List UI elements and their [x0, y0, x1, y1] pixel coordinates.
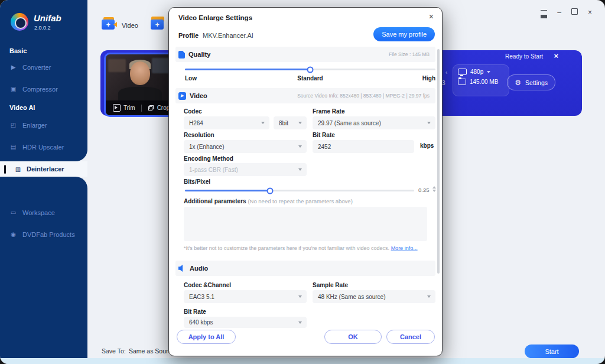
sidebar-section-basic: Basic: [9, 47, 27, 54]
maximize-icon[interactable]: [571, 8, 578, 16]
chevron-down-icon: [298, 168, 302, 171]
ok-button[interactable]: OK: [324, 330, 382, 344]
bits-pixel-slider-handle[interactable]: [266, 187, 273, 194]
trim-button[interactable]: Trim: [113, 104, 135, 112]
trim-icon: [113, 104, 121, 112]
audio-label: Audio: [190, 265, 208, 272]
crop-button[interactable]: Crop: [148, 105, 170, 111]
video-thumbnail[interactable]: Trim Crop: [104, 53, 176, 117]
sidebar-item-label: Workspace: [22, 209, 55, 216]
additional-parameters-textarea[interactable]: [184, 207, 427, 241]
sidebar-item-deinterlacer[interactable]: ▥ Deinterlacer: [0, 161, 87, 177]
additional-parameters-label: Additional parameters (No need to repeat…: [184, 198, 353, 204]
start-button[interactable]: Start: [525, 344, 579, 358]
minimize-icon[interactable]: –: [557, 9, 561, 16]
sidebar-item-label: Deinterlacer: [27, 165, 64, 173]
bits-pixel-stepper[interactable]: [432, 186, 436, 192]
bits-pixel-label: Bits/Pixel: [184, 178, 210, 185]
monitor-icon: [458, 69, 467, 75]
folder-icon: [458, 79, 466, 85]
quality-section-header: Quality File Size : 145 MB: [175, 47, 435, 62]
apply-to-all-button[interactable]: Apply to All: [177, 330, 236, 344]
bit-rate-input[interactable]: 2452: [313, 140, 414, 153]
source-video-info: Source Video Info: 852x480 | 853:480 | M…: [297, 93, 430, 99]
thumbnail-toolbar: Trim Crop: [106, 100, 174, 115]
chevron-down-icon: [298, 122, 302, 124]
app-name: Unifab: [34, 13, 61, 23]
quality-high-label: High: [422, 75, 435, 82]
codec-channel-select[interactable]: EAC3 5.1: [184, 290, 307, 303]
more-info-link[interactable]: More info...: [391, 245, 418, 251]
audio-bit-rate-select[interactable]: 640 kbps: [184, 317, 307, 328]
video-section-header: ▶ Video Source Video Info: 852x480 | 853…: [175, 88, 435, 103]
frame-rate-label: Frame Rate: [313, 108, 344, 115]
audio-bit-rate-label: Bit Rate: [184, 308, 206, 315]
sidebar-item-label: Enlarger: [22, 122, 47, 129]
chevron-down-icon: [427, 295, 431, 298]
chevron-down-icon: [298, 295, 302, 298]
frame-rate-select[interactable]: 29.97 (Same as source): [313, 116, 435, 129]
sidebar-item-compressor[interactable]: ▣ Compressor: [9, 85, 58, 93]
sidebar-item-enlarger[interactable]: ◰ Enlarger: [9, 121, 47, 129]
save-profile-button[interactable]: Save my profile: [373, 27, 435, 41]
resolution-select[interactable]: 1x (Enhance): [184, 140, 307, 153]
settings-label: Settings: [525, 79, 548, 86]
compressor-icon: ▣: [9, 85, 17, 93]
codec-label: Codec: [184, 108, 202, 115]
bitrate-unit: kbps: [420, 142, 434, 149]
chevron-down-icon: [427, 122, 431, 124]
sidebar-item-workspace[interactable]: ▭ Workspace: [9, 209, 55, 216]
sample-rate-select[interactable]: 48 KHz (Same as source): [313, 290, 435, 303]
dialog-scrollbar[interactable]: [437, 49, 440, 274]
deinterlacer-icon: ▥: [14, 165, 22, 173]
codec-select[interactable]: H264: [184, 116, 269, 129]
window-controls: – ×: [541, 8, 592, 16]
gear-icon: ⚙: [515, 79, 521, 86]
bits-pixel-slider[interactable]: [185, 190, 414, 191]
output-info-box: 480p 145.00 MB: [453, 64, 509, 96]
dvdfab-products-icon: ◉: [9, 230, 17, 238]
sidebar-lower: [0, 177, 87, 359]
hdr-upscaler-icon: ▤: [9, 143, 17, 151]
video-icon: ▶: [178, 92, 186, 100]
card-close-icon[interactable]: ×: [554, 51, 558, 60]
chevron-down-icon: [298, 145, 302, 148]
save-to-select[interactable]: Same as Source: [129, 347, 175, 355]
profile-value: MKV.Enhancer.AI: [203, 32, 253, 39]
audio-section-header: Audio: [175, 261, 435, 276]
app-window: Unifab 2.0.0.2 Basic ▶ Converter ▣ Compr…: [0, 0, 605, 364]
chevron-down-icon: [298, 321, 302, 324]
chevron-down-icon: [261, 122, 265, 124]
cancel-button[interactable]: Cancel: [386, 330, 435, 344]
sidebar-item-label: Converter: [22, 64, 51, 71]
sidebar-item-converter[interactable]: ▶ Converter: [9, 63, 51, 71]
prev-arrow-icon[interactable]: ‹: [445, 69, 447, 76]
crop-icon: [148, 105, 154, 111]
profile-label: Profile: [178, 32, 199, 39]
bit-rate-label: Bit Rate: [313, 132, 335, 138]
quality-slider[interactable]: [185, 69, 435, 70]
sidebar-item-label: DVDFab Products: [22, 231, 75, 238]
sidebar-item-dvdfab-products[interactable]: ◉ DVDFab Products: [9, 230, 75, 238]
encoding-method-label: Encoding Method: [184, 155, 233, 162]
video-label: Video: [190, 92, 207, 99]
add-folder-button[interactable]: +: [151, 20, 166, 31]
quality-slider-handle[interactable]: [307, 66, 314, 73]
video-enlarge-settings-dialog: Video Enlarge Settings × Profile MKV.Enh…: [168, 7, 443, 356]
settings-button[interactable]: ⚙ Settings: [507, 74, 555, 90]
bit-depth-select[interactable]: 8bit: [274, 116, 307, 129]
add-video-button[interactable]: + Video: [102, 20, 138, 31]
dialog-close-icon[interactable]: ×: [429, 12, 434, 21]
bits-pixel-value: 0.25: [418, 187, 430, 193]
encoding-method-select[interactable]: 1-pass CBR (Fast): [184, 163, 307, 176]
quality-label: Quality: [188, 51, 210, 58]
add-video-icon: +: [102, 20, 117, 31]
window-close-icon[interactable]: ×: [588, 9, 592, 16]
file-size-row: 145.00 MB: [458, 79, 509, 85]
dialog-title: Video Enlarge Settings: [178, 14, 252, 21]
trim-label: Trim: [123, 105, 135, 111]
menu-icon[interactable]: [541, 9, 547, 16]
resolution-select[interactable]: 480p: [458, 69, 509, 75]
window-bottom-edge: [0, 358, 605, 364]
sidebar-item-hdr-upscaler[interactable]: ▤ HDR Upscaler: [9, 143, 64, 151]
